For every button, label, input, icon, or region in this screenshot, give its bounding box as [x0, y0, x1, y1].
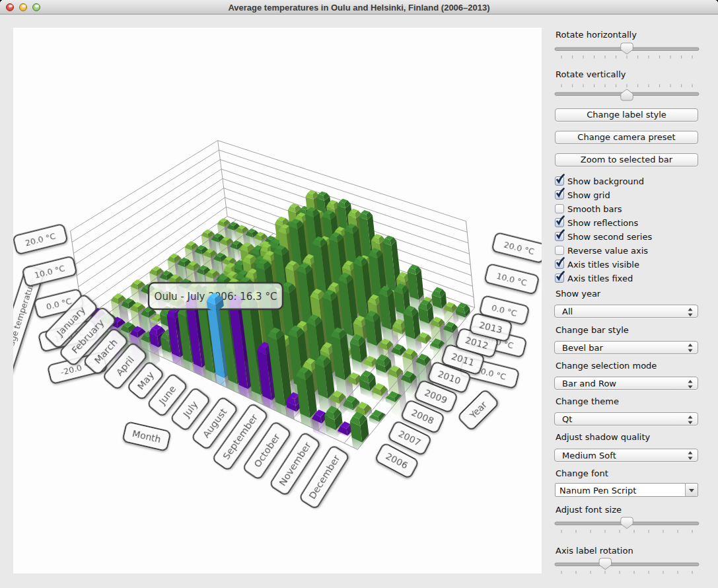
- slider-tick: [620, 571, 620, 574]
- select-label: Change theme: [556, 396, 619, 406]
- font-combo-value: Nanum Pen Script: [559, 486, 636, 496]
- checkbox-label: Show reflections: [567, 218, 638, 228]
- slider-tick: [616, 55, 616, 59]
- slider-tick: [620, 530, 620, 533]
- checkbox-label: Show background: [567, 176, 644, 186]
- slider-tick: [594, 55, 594, 59]
- slider-tick: [576, 530, 577, 533]
- slider-tick: [637, 85, 638, 88]
- slider-tick: [583, 55, 584, 59]
- slider-tick: [681, 85, 682, 88]
- checkbox-box[interactable]: [555, 190, 564, 200]
- slider-tick: [561, 55, 562, 59]
- slider-handle[interactable]: [621, 89, 633, 100]
- change-selection-mode-select[interactable]: Bar and Row: [554, 377, 698, 390]
- checkbox-label: Reverse value axis: [567, 246, 648, 256]
- slider-handle[interactable]: [621, 43, 633, 54]
- slider-tick: [634, 571, 635, 574]
- checkbox-show-reflections[interactable]: Show reflections: [555, 217, 638, 229]
- slider-tick: [659, 85, 660, 88]
- checkbox-box[interactable]: [555, 260, 564, 269]
- checkbox-box[interactable]: [555, 204, 564, 213]
- slider-tick: [605, 55, 606, 59]
- checkbox-label: Smooth bars: [567, 204, 622, 214]
- checkbox-box[interactable]: [555, 274, 564, 283]
- select-label: Change selection mode: [556, 361, 657, 371]
- checkbox-axis-titles-visible[interactable]: Axis titles visible: [555, 258, 639, 270]
- slider-handle[interactable]: [621, 517, 633, 529]
- slider-tick: [659, 55, 660, 59]
- slider-tick: [649, 530, 649, 533]
- slider-tick: [591, 571, 591, 574]
- font-combo-dropdown-button[interactable]: [685, 484, 698, 496]
- change-bar-style-select[interactable]: Bevel bar: [554, 341, 698, 354]
- change-font-combo[interactable]: Nanum Pen Script: [555, 483, 698, 497]
- select-arrows-icon: [688, 344, 693, 352]
- rotate-horizontally-slider[interactable]: [548, 36, 707, 65]
- checkbox-label: Show grid: [567, 190, 610, 200]
- select-label: Adjust shadow quality: [556, 432, 650, 442]
- select-label: Show year: [556, 289, 600, 299]
- checkbox-show-second-series[interactable]: Show second series: [555, 231, 652, 242]
- change-camera-preset-button[interactable]: Change camera preset: [555, 131, 698, 144]
- slider-tick: [576, 571, 577, 574]
- slider-tick: [627, 85, 628, 88]
- select-value: Qt: [562, 414, 572, 424]
- select-arrows-icon: [688, 380, 693, 388]
- slider-tick: [670, 85, 671, 88]
- zoom-to-selected-bar-button[interactable]: Zoom to selected bar: [555, 153, 698, 166]
- slider-tick: [678, 530, 678, 533]
- slider-tick: [649, 55, 649, 59]
- slider-tick: [663, 530, 664, 533]
- slider-tick: [692, 530, 693, 533]
- slider-tick: [692, 571, 693, 574]
- select-arrows-icon: [688, 451, 693, 460]
- slider-tick: [634, 530, 635, 533]
- checkbox-box[interactable]: [555, 232, 564, 241]
- checkbox-label: Show second series: [567, 232, 652, 242]
- axis-label-rotation-slider[interactable]: [548, 551, 707, 580]
- slider-tick: [561, 571, 562, 574]
- select-value: Bevel bar: [562, 343, 603, 353]
- checkbox-show-background[interactable]: Show background: [555, 175, 644, 187]
- slider-tick: [663, 571, 664, 574]
- checkbox-label: Axis titles fixed: [567, 274, 633, 283]
- checkbox-show-grid[interactable]: Show grid: [555, 189, 610, 201]
- select-arrows-icon: [688, 308, 693, 316]
- slider-tick: [649, 571, 649, 574]
- font-combo-label: Change font: [556, 468, 608, 478]
- checkbox-box[interactable]: [555, 246, 564, 255]
- app-window: Average temperatures in Oulu and Helsink…: [0, 0, 718, 588]
- slider-tick: [605, 571, 606, 574]
- slider-handle[interactable]: [599, 558, 612, 570]
- change-theme-select[interactable]: Qt: [554, 412, 698, 425]
- change-label-style-button[interactable]: Change label style: [555, 108, 698, 122]
- control-panel: Rotate horizontally Rotate vertically Ch…: [548, 0, 718, 588]
- slider-tick: [594, 85, 594, 88]
- checkbox-axis-titles-fixed[interactable]: Axis titles fixed: [555, 272, 633, 284]
- slider-tick: [649, 85, 649, 88]
- slider-tick: [591, 530, 591, 533]
- rotate-vertically-slider[interactable]: [548, 81, 707, 110]
- select-value: All: [562, 307, 573, 316]
- select-arrows-icon: [688, 416, 693, 424]
- select-value: Medium Soft: [562, 451, 616, 460]
- slider-tick: [616, 85, 616, 88]
- font-size-slider[interactable]: [548, 510, 707, 539]
- checkbox-reverse-value-axis[interactable]: Reverse value axis: [555, 244, 648, 256]
- checkbox-box[interactable]: [555, 218, 564, 227]
- checkbox-box[interactable]: [555, 176, 564, 186]
- slider-tick: [637, 55, 638, 59]
- adjust-shadow-quality-select[interactable]: Medium Soft: [554, 449, 698, 462]
- checkbox-label: Axis titles visible: [567, 260, 639, 270]
- show-year-select[interactable]: All: [554, 305, 698, 318]
- slider-track[interactable]: [555, 563, 699, 566]
- slider-tick: [572, 85, 573, 88]
- slider-tick: [583, 85, 584, 88]
- select-value: Bar and Row: [562, 379, 616, 388]
- bar3d-chart[interactable]: Average temperature 20.0 °C 10.0 °C 0.0 …: [13, 28, 542, 573]
- slider-tick: [572, 55, 573, 59]
- slider-tick: [692, 85, 693, 88]
- select-label: Change bar style: [556, 325, 629, 335]
- checkbox-smooth-bars[interactable]: Smooth bars: [555, 203, 622, 215]
